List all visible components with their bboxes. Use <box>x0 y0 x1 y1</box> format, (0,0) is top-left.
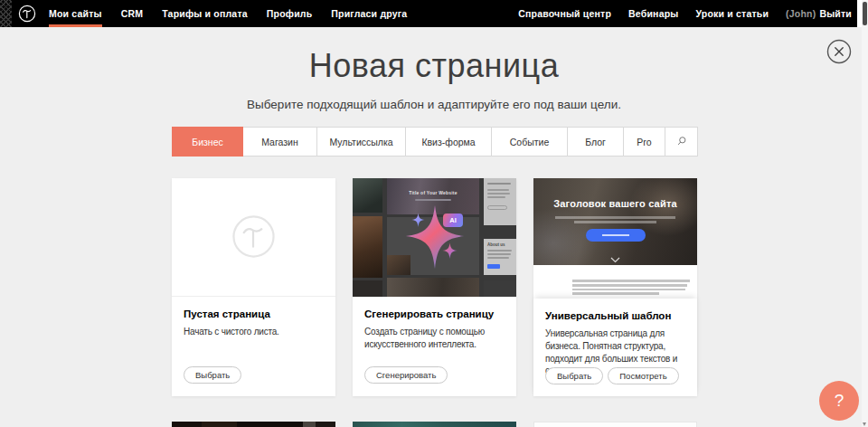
tilda-watermark-icon <box>231 214 276 259</box>
template-hero-button <box>586 229 646 242</box>
nav-crm[interactable]: CRM <box>121 0 144 27</box>
card-next-row-2[interactable] <box>353 422 516 427</box>
chevron-down-icon <box>610 251 620 257</box>
tab-search[interactable] <box>665 127 698 157</box>
preview-tile-about: About us <box>484 239 516 275</box>
choose-blank-button[interactable]: Выбрать <box>184 366 241 384</box>
scrollbar[interactable] <box>862 0 868 427</box>
card-blank-page[interactable]: Пустая страница Начать с чистого листа. … <box>172 178 335 396</box>
scrollbar-thumb[interactable] <box>863 2 867 25</box>
tilda-logo-icon[interactable] <box>18 5 36 23</box>
template-text-section <box>533 265 697 299</box>
preview-tile <box>353 178 382 213</box>
nav-tariffs[interactable]: Тарифы и оплата <box>162 0 248 27</box>
preview-tile <box>353 216 382 278</box>
generate-card-body: Сгенерировать страницу Создать страницу … <box>353 297 516 395</box>
card-description: Создать страницу с помощью искусственног… <box>364 326 505 351</box>
preview-universal-button[interactable]: Посмотреть <box>608 367 678 384</box>
tab-pro[interactable]: Pro <box>623 127 665 157</box>
card-universal-template[interactable]: Заголовок вашего сайта Универсальный шаб… <box>533 178 697 396</box>
page-subtitle: Выберите подходящий шаблон и адаптируйте… <box>0 98 868 111</box>
tab-quiz-form[interactable]: Квиз-форма <box>405 127 492 157</box>
nav-my-sites[interactable]: Мои сайты <box>49 0 102 27</box>
template-hero-heading: Заголовок вашего сайта <box>533 198 697 209</box>
choose-universal-button[interactable]: Выбрать <box>545 367 603 384</box>
tab-shop[interactable]: Магазин <box>242 127 317 157</box>
ai-sparkle-small-icon <box>411 213 425 227</box>
preview-about-label: About us <box>487 242 505 247</box>
card-title: Пустая страница <box>184 308 325 319</box>
template-hero: Заголовок вашего сайта <box>533 178 697 265</box>
nav-invite-friend[interactable]: Пригласи друга <box>331 0 407 27</box>
preview-tile <box>353 280 382 297</box>
card-title: Сгенерировать страницу <box>364 308 505 319</box>
scrollbar-down-arrow[interactable] <box>863 422 866 426</box>
nav-profile[interactable]: Профиль <box>267 0 313 27</box>
new-page-modal-screen: Мои сайты CRM Тарифы и оплата Профиль Пр… <box>0 0 868 427</box>
user-name: (John) <box>786 8 816 19</box>
preview-tile-title: Title of Your Website <box>387 190 479 195</box>
topbar-nav-right: Справочный центр Вебинары Уроки и статьи… <box>518 0 852 27</box>
preview-tile <box>387 278 479 297</box>
template-category-tabs: Бизнес Магазин Мультиссылка Квиз-форма С… <box>172 127 697 157</box>
universal-card-body: Универсальный шаблон Универсальная стран… <box>533 299 697 396</box>
nav-logout[interactable]: (John) Выйти <box>786 0 852 27</box>
page-title: Новая страница <box>0 47 868 85</box>
topbar-pattern-strip <box>0 0 12 27</box>
logout-label: Выйти <box>819 8 852 19</box>
topbar: Мои сайты CRM Тарифы и оплата Профиль Пр… <box>0 0 857 27</box>
card-next-row-1[interactable] <box>172 422 335 427</box>
blank-page-card-body: Пустая страница Начать с чистого листа. … <box>172 297 335 395</box>
preview-tile <box>484 280 516 297</box>
search-icon <box>676 136 687 148</box>
universal-template-preview: Заголовок вашего сайта <box>533 178 697 299</box>
card-description: Начать с чистого листа. <box>184 326 325 338</box>
tab-blog[interactable]: Блог <box>567 127 624 157</box>
tab-event[interactable]: Событие <box>491 127 568 157</box>
question-mark-icon: ? <box>835 391 844 411</box>
card-next-row-3[interactable] <box>533 422 697 427</box>
nav-lessons[interactable]: Уроки и статьи <box>695 0 769 27</box>
card-title: Универсальный шаблон <box>545 310 686 321</box>
ai-generate-preview: Title of Your Website About us <box>353 178 516 297</box>
ai-sparkle-small-icon <box>442 242 458 259</box>
ai-badge: AI <box>443 214 463 227</box>
nav-webinars[interactable]: Вебинары <box>628 0 678 27</box>
card-generate-page[interactable]: Title of Your Website About us <box>353 178 516 396</box>
blank-page-preview <box>172 178 335 297</box>
tab-multilink[interactable]: Мультиссылка <box>316 127 406 157</box>
help-button[interactable]: ? <box>819 381 859 421</box>
preview-tile-text-page <box>484 178 516 225</box>
tab-business[interactable]: Бизнес <box>172 127 243 157</box>
generate-button[interactable]: Сгенерировать <box>364 366 448 384</box>
nav-help-center[interactable]: Справочный центр <box>518 0 611 27</box>
topbar-nav-left: Мои сайты CRM Тарифы и оплата Профиль Пр… <box>49 0 407 27</box>
